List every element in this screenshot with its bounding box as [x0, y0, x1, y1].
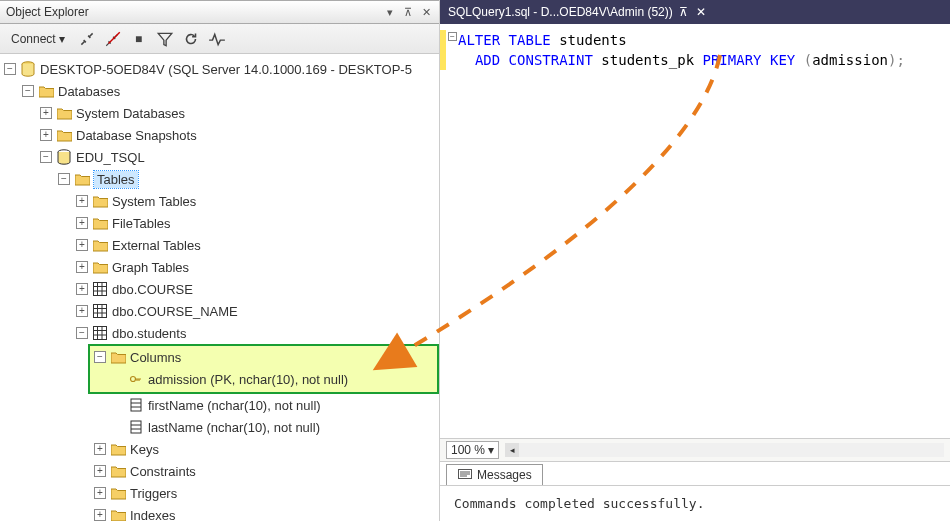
system-tables-node[interactable]: + System Tables	[74, 190, 439, 212]
connect-button[interactable]: Connect ▾	[6, 30, 70, 48]
expand-icon[interactable]: +	[94, 443, 106, 455]
folder-icon	[56, 127, 72, 143]
close-icon[interactable]: ✕	[696, 5, 706, 19]
panel-title-bar: Object Explorer ▾ ⊼ ✕	[0, 0, 439, 24]
editor-tab[interactable]: SQLQuery1.sql - D...OED84V\Admin (52)) ⊼…	[440, 0, 950, 24]
panel-menu-icon[interactable]: ▾	[383, 5, 397, 19]
folder-icon	[110, 441, 126, 457]
messages-text: Commands completed successfully.	[454, 496, 704, 511]
database-icon	[56, 149, 72, 165]
fold-icon[interactable]: −	[448, 32, 457, 41]
panel-pin-icon[interactable]: ⊼	[401, 5, 415, 19]
svg-point-17	[131, 377, 136, 382]
collapse-icon[interactable]: −	[22, 85, 34, 97]
graph-tables-node[interactable]: + Graph Tables	[74, 256, 439, 278]
keys-node[interactable]: + Keys	[92, 438, 439, 460]
highlight-annotation: − Columns	[88, 344, 439, 394]
key-icon	[128, 371, 144, 387]
database-snapshots-node[interactable]: + Database Snapshots	[38, 124, 439, 146]
expand-icon[interactable]: +	[76, 305, 88, 317]
object-explorer-tree[interactable]: − DESKTOP-5OED84V (SQL Server 14.0.1000.…	[0, 58, 439, 521]
table-dbo-course-name[interactable]: + dbo.COURSE_NAME	[74, 300, 439, 322]
expand-icon[interactable]: +	[94, 465, 106, 477]
folder-icon	[92, 215, 108, 231]
object-explorer-toolbar: Connect ▾ ■	[0, 24, 439, 54]
connect-label: Connect	[11, 32, 56, 46]
table-icon	[92, 325, 108, 341]
expand-icon[interactable]: +	[94, 509, 106, 521]
expand-icon[interactable]: +	[76, 195, 88, 207]
column-firstname[interactable]: firstName (nchar(10), not null)	[110, 394, 439, 416]
horizontal-scrollbar[interactable]: ◂	[505, 443, 944, 457]
folder-icon	[92, 193, 108, 209]
server-icon	[20, 61, 36, 77]
expand-icon[interactable]: +	[76, 261, 88, 273]
collapse-icon[interactable]: −	[94, 351, 106, 363]
folder-icon	[110, 463, 126, 479]
zoom-dropdown[interactable]: 100 % ▾	[446, 441, 499, 459]
triggers-node[interactable]: + Triggers	[92, 482, 439, 504]
messages-icon	[457, 467, 473, 483]
expand-icon[interactable]: +	[40, 107, 52, 119]
edu-tsql-db-node[interactable]: − EDU_TSQL	[38, 146, 439, 168]
column-admission[interactable]: admission (PK, nchar(10), not null)	[92, 368, 435, 390]
panel-title: Object Explorer	[6, 5, 89, 19]
svg-rect-21	[131, 421, 141, 433]
indexes-node[interactable]: + Indexes	[92, 504, 439, 521]
collapse-icon[interactable]: −	[40, 151, 52, 163]
collapse-icon[interactable]: −	[4, 63, 16, 75]
folder-icon	[110, 349, 126, 365]
folder-icon	[92, 259, 108, 275]
expand-icon[interactable]: +	[76, 217, 88, 229]
editor-tab-label: SQLQuery1.sql - D...OED84V\Admin (52))	[448, 5, 673, 19]
server-node[interactable]: − DESKTOP-5OED84V (SQL Server 14.0.1000.…	[2, 58, 439, 80]
collapse-icon[interactable]: −	[76, 327, 88, 339]
system-databases-node[interactable]: + System Databases	[38, 102, 439, 124]
folder-icon	[38, 83, 54, 99]
stop-icon[interactable]: ■	[130, 30, 148, 48]
expand-icon[interactable]: +	[76, 283, 88, 295]
sql-editor[interactable]: − ALTER TABLE students ADD CONSTRAINT st…	[440, 24, 950, 438]
expand-icon[interactable]: +	[76, 239, 88, 251]
expand-icon[interactable]: +	[40, 129, 52, 141]
messages-tab[interactable]: Messages	[446, 464, 543, 485]
collapse-icon[interactable]: −	[58, 173, 70, 185]
svg-rect-2	[94, 283, 107, 296]
column-lastname[interactable]: lastName (nchar(10), not null)	[110, 416, 439, 438]
table-dbo-course[interactable]: + dbo.COURSE	[74, 278, 439, 300]
folder-icon	[110, 485, 126, 501]
columns-node[interactable]: − Columns	[92, 346, 435, 368]
dropdown-icon: ▾	[59, 32, 65, 46]
disconnect-icon[interactable]	[78, 30, 96, 48]
folder-icon	[110, 507, 126, 521]
tables-node[interactable]: − Tables	[56, 168, 439, 190]
constraints-node[interactable]: + Constraints	[92, 460, 439, 482]
folder-icon	[56, 105, 72, 121]
table-icon	[92, 303, 108, 319]
scroll-left-icon[interactable]: ◂	[505, 443, 519, 457]
editor-panel: SQLQuery1.sql - D...OED84V\Admin (52)) ⊼…	[440, 0, 950, 521]
results-tabs: Messages	[440, 462, 950, 486]
folder-icon	[74, 171, 90, 187]
svg-rect-18	[131, 399, 141, 411]
change-marker	[440, 30, 446, 70]
refresh-icon[interactable]	[182, 30, 200, 48]
server-label: DESKTOP-5OED84V (SQL Server 14.0.1000.16…	[40, 62, 412, 77]
column-icon	[128, 419, 144, 435]
object-explorer-panel: Object Explorer ▾ ⊼ ✕ Connect ▾ ■	[0, 0, 440, 521]
file-tables-node[interactable]: + FileTables	[74, 212, 439, 234]
messages-pane: Commands completed successfully.	[440, 486, 950, 521]
folder-icon	[92, 237, 108, 253]
pin-icon[interactable]: ⊼	[679, 5, 688, 19]
external-tables-node[interactable]: + External Tables	[74, 234, 439, 256]
disconnect-all-icon[interactable]	[104, 30, 122, 48]
column-icon	[128, 397, 144, 413]
svg-rect-7	[94, 305, 107, 318]
expand-icon[interactable]: +	[94, 487, 106, 499]
table-dbo-students[interactable]: − dbo.students	[74, 322, 439, 344]
databases-node[interactable]: − Databases	[20, 80, 439, 102]
filter-icon[interactable]	[156, 30, 174, 48]
panel-close-icon[interactable]: ✕	[419, 5, 433, 19]
editor-status-bar: 100 % ▾ ◂	[440, 438, 950, 462]
pulse-icon[interactable]	[208, 30, 226, 48]
